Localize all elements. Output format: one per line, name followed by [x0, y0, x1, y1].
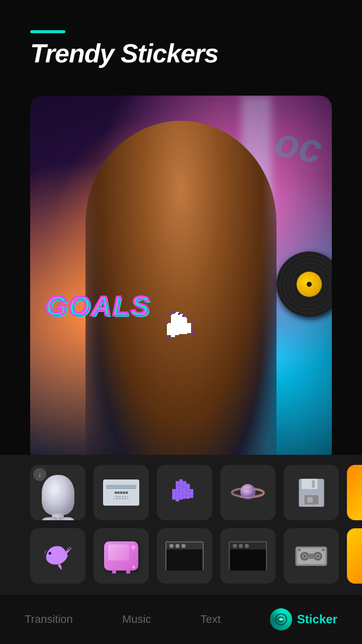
dolphin-icon — [40, 538, 75, 574]
svg-rect-69 — [187, 495, 190, 499]
svg-rect-39 — [170, 337, 172, 339]
sticker-icon — [270, 608, 292, 630]
svg-rect-23 — [187, 326, 191, 330]
svg-rect-34 — [186, 316, 188, 318]
sticker-item-vhs-computer[interactable]: ■■■■■□□□□□ — [94, 465, 149, 520]
sticker-item-partial-1[interactable] — [347, 465, 362, 520]
svg-rect-78 — [307, 497, 313, 502]
header: Trendy Stickers Trendy Stickers — [0, 0, 362, 78]
sticker-item-marble-bust[interactable]: ↓ — [30, 465, 85, 520]
nav-label-sticker: Sticker — [297, 612, 337, 626]
svg-rect-49 — [176, 488, 179, 492]
header-accent-bar — [30, 30, 65, 33]
svg-rect-22 — [183, 326, 187, 330]
svg-rect-76 — [302, 478, 318, 489]
svg-rect-5 — [175, 318, 179, 320]
sticker-item-floppy[interactable] — [284, 465, 339, 520]
svg-rect-67 — [179, 496, 183, 500]
nav-item-music[interactable]: Music — [112, 608, 161, 631]
sticker-panel: ↓ ■■■■■□□□□□ — [0, 455, 362, 594]
svg-rect-8 — [171, 322, 175, 326]
svg-rect-61 — [179, 492, 183, 496]
sticker-item-pink-tv[interactable] — [94, 528, 149, 584]
svg-rect-50 — [179, 487, 183, 489]
nav-item-transition[interactable]: Transition — [15, 608, 83, 631]
svg-rect-15 — [179, 321, 183, 325]
bust-shape — [42, 475, 74, 515]
saturn-icon — [230, 480, 265, 505]
svg-rect-66 — [176, 499, 179, 501]
vinyl-label — [297, 272, 322, 297]
svg-rect-43 — [176, 485, 179, 488]
svg-rect-70 — [190, 495, 194, 498]
svg-rect-19 — [171, 330, 175, 334]
sticker-item-partial-2[interactable] — [347, 528, 362, 584]
header-title-wrapper: Trendy Stickers Trendy Stickers — [30, 38, 332, 68]
svg-rect-30 — [170, 313, 172, 315]
sticker-button[interactable]: Sticker — [270, 608, 337, 630]
svg-rect-56 — [183, 488, 187, 491]
svg-rect-41 — [176, 481, 179, 485]
sticker-item-dolphin[interactable] — [30, 528, 85, 584]
svg-rect-10 — [179, 318, 183, 321]
vhs-box: ■■■■■□□□□□ — [103, 479, 139, 506]
neon-text-background: oc — [272, 122, 325, 170]
svg-rect-32 — [178, 313, 180, 315]
svg-rect-48 — [187, 484, 190, 486]
vinyl-center — [307, 282, 312, 287]
svg-rect-38 — [191, 333, 193, 335]
vhs-screen-lines — [106, 485, 136, 489]
floppy-icon — [295, 476, 328, 509]
cursor-sticker[interactable] — [161, 307, 206, 352]
svg-rect-37 — [166, 335, 168, 337]
sticker-item-window2[interactable] — [220, 528, 276, 584]
vinyl-outer — [277, 252, 332, 317]
svg-rect-17 — [187, 323, 191, 326]
cassette-icon — [294, 542, 329, 570]
svg-rect-90 — [298, 549, 301, 551]
main-image[interactable]: oc GOALS — [30, 96, 332, 463]
svg-rect-45 — [183, 481, 187, 483]
svg-rect-33 — [182, 315, 184, 317]
sticker-item-saturn[interactable] — [220, 465, 276, 520]
svg-rect-9 — [175, 320, 179, 322]
svg-rect-68 — [183, 495, 187, 499]
svg-point-88 — [317, 555, 319, 557]
svg-rect-11 — [183, 319, 187, 322]
svg-rect-62 — [183, 491, 187, 496]
bottom-nav: Transition Music Text Sticker — [0, 594, 362, 644]
svg-rect-28 — [183, 330, 187, 334]
svg-rect-65 — [172, 496, 176, 500]
svg-rect-52 — [187, 486, 190, 488]
nav-item-text[interactable]: Text — [190, 608, 230, 631]
svg-rect-53 — [172, 489, 176, 493]
svg-rect-35 — [166, 322, 168, 324]
sticker-item-window1[interactable] — [157, 528, 212, 584]
vinyl-sticker[interactable] — [277, 252, 332, 317]
svg-rect-36 — [191, 322, 193, 324]
svg-rect-63 — [187, 492, 190, 495]
sticker-item-pixel-hand[interactable] — [157, 465, 212, 520]
svg-rect-20 — [175, 326, 179, 331]
svg-rect-21 — [179, 325, 183, 330]
svg-rect-55 — [179, 488, 183, 492]
sticker-row-1: ↓ ■■■■■□□□□□ — [0, 465, 362, 520]
svg-rect-58 — [190, 489, 194, 492]
svg-rect-46 — [179, 485, 183, 487]
svg-rect-60 — [176, 495, 179, 499]
svg-rect-27 — [179, 330, 183, 334]
svg-rect-29 — [187, 330, 191, 333]
pixel-hand-icon — [167, 475, 202, 510]
svg-rect-16 — [183, 322, 187, 326]
nav-item-sticker[interactable]: Sticker — [260, 603, 347, 635]
svg-rect-13 — [171, 326, 175, 330]
svg-rect-64 — [190, 492, 194, 495]
svg-rect-89 — [308, 553, 315, 559]
svg-point-80 — [49, 552, 51, 554]
svg-rect-14 — [175, 322, 179, 326]
svg-rect-26 — [175, 331, 179, 335]
nav-label-transition: Transition — [25, 613, 73, 626]
svg-rect-40 — [191, 329, 193, 331]
sticker-item-cassette[interactable] — [284, 528, 339, 584]
svg-rect-24 — [167, 331, 171, 335]
